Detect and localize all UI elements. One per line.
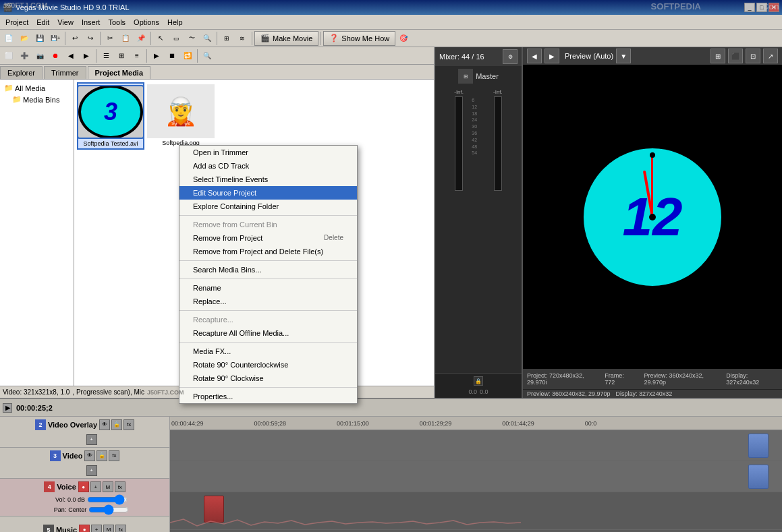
menu-options[interactable]: Options — [130, 17, 163, 28]
ctx-replace[interactable]: Replace... — [179, 295, 357, 308]
menu-insert[interactable]: Insert — [78, 17, 105, 28]
ctx-remove-project[interactable]: Remove from Project Delete — [179, 231, 357, 245]
track5-mute2[interactable]: M — [103, 525, 114, 533]
track3-lock[interactable]: 🔒 — [96, 450, 107, 461]
track4-vol-slider[interactable] — [87, 497, 128, 502]
mixer-lock-button[interactable]: 🔒 — [474, 376, 483, 386]
preview-pop-button[interactable]: ⊡ — [746, 49, 760, 63]
mixer-settings-button[interactable]: ⚙ — [503, 49, 518, 64]
back-button[interactable]: ◀ — [63, 49, 78, 63]
preview-grid-button[interactable]: ⊞ — [710, 49, 725, 63]
preview-expand-button[interactable]: ↗ — [763, 49, 778, 63]
ctx-select-timeline[interactable]: Select Timeline Events — [179, 173, 357, 186]
cut-button[interactable]: ✂ — [103, 31, 117, 46]
view-list-button[interactable]: ☰ — [99, 49, 113, 63]
new-button[interactable]: 📄 — [1, 31, 16, 46]
cursor-button[interactable]: ↖ — [153, 31, 168, 46]
track3-add[interactable]: + — [86, 465, 97, 476]
ripple-button[interactable]: ≋ — [235, 31, 250, 46]
paste-button[interactable]: 📌 — [134, 31, 148, 46]
track2-add[interactable]: + — [86, 434, 97, 445]
track4-waveform — [170, 516, 782, 529]
tree-media-bins[interactable]: 📁 Media Bins — [3, 94, 71, 105]
open-button[interactable]: 📂 — [17, 31, 32, 46]
add-media-button[interactable]: ➕ — [17, 49, 32, 63]
play-preview-button[interactable]: ▶ — [149, 49, 164, 63]
expand-btn[interactable]: ▶ — [3, 403, 12, 413]
minimize-button[interactable]: _ — [744, 3, 755, 12]
track4-mute2[interactable]: M — [103, 481, 113, 492]
snap-button[interactable]: ⊞ — [219, 31, 234, 46]
ctx-remove-delete[interactable]: Remove from Project and Delete File(s) — [179, 245, 357, 258]
ctx-recapture-all[interactable]: Recapture All Offline Media... — [179, 326, 357, 340]
track-lane-4[interactable] — [170, 492, 782, 530]
view-icons-button[interactable]: ⊞ — [114, 49, 129, 63]
make-movie-button[interactable]: 🎬 Make Movie — [254, 31, 318, 46]
view-detail-button[interactable]: ≡ — [130, 49, 144, 63]
menu-project[interactable]: Project — [1, 17, 32, 28]
copy-button[interactable]: 📋 — [118, 31, 133, 46]
restore-button[interactable]: □ — [756, 3, 767, 12]
help-button[interactable]: 🎯 — [396, 31, 411, 46]
track-lane-3[interactable] — [170, 461, 782, 492]
track4-mute[interactable]: ● — [78, 481, 89, 492]
loop-button[interactable]: 🔁 — [180, 49, 195, 63]
track4-pan-slider[interactable] — [88, 507, 129, 512]
preview-nav-left[interactable]: ◀ — [527, 49, 542, 63]
show-me-how-button[interactable]: ❓ Show Me How — [323, 31, 395, 46]
ctx-edit-source[interactable]: Edit Source Project — [179, 186, 357, 200]
tab-project-media[interactable]: Project Media — [88, 66, 151, 79]
expand-tree-button[interactable]: ⬜ — [1, 49, 16, 63]
menu-view[interactable]: View — [53, 17, 78, 28]
ctx-open-trimmer[interactable]: Open in Trimmer — [179, 146, 357, 159]
track5-solo[interactable]: + — [91, 525, 102, 533]
tab-trimmer[interactable]: Trimmer — [44, 66, 86, 79]
save-as-button[interactable]: 💾+ — [48, 31, 63, 46]
media-item-1[interactable]: 🧝 Softpedia.ogg — [147, 82, 215, 150]
ctx-sep-3 — [179, 278, 357, 279]
tree-all-media[interactable]: 📁 All Media — [3, 82, 71, 94]
ctx-rename[interactable]: Rename — [179, 281, 357, 295]
preview-nav-right[interactable]: ▶ — [544, 49, 559, 63]
track3-mute[interactable]: 👁 — [84, 450, 95, 461]
master-insert-button[interactable]: ⊞ — [458, 69, 473, 84]
forward-button[interactable]: ▶ — [79, 49, 94, 63]
stop-preview-button[interactable]: ⏹ — [165, 49, 179, 63]
ctx-search-bins[interactable]: Search Media Bins... — [179, 263, 357, 276]
track4-fx[interactable]: fx — [115, 481, 125, 492]
track3-fx[interactable]: fx — [109, 450, 119, 461]
envelope-button[interactable]: 〜 — [184, 31, 199, 46]
zoom-button[interactable]: 🔍 — [200, 31, 215, 46]
track4-solo[interactable]: + — [90, 481, 101, 492]
ctx-rotate-ccw[interactable]: Rotate 90° Counterclockwise — [179, 358, 357, 372]
track5-fx[interactable]: fx — [115, 525, 126, 533]
tab-explorer[interactable]: Explorer — [0, 66, 43, 79]
preview-dropdown-button[interactable]: ▼ — [616, 49, 631, 63]
track5-mute[interactable]: ● — [79, 525, 90, 533]
record-button[interactable]: ⏺ — [48, 49, 63, 63]
track-lane-2[interactable] — [170, 430, 782, 461]
ctx-sep-6 — [179, 387, 357, 388]
track2-lock[interactable]: 🔒 — [111, 419, 122, 430]
ctx-explore-folder[interactable]: Explore Containing Folder — [179, 200, 357, 213]
menu-edit[interactable]: Edit — [32, 17, 53, 28]
track2-fx[interactable]: fx — [123, 419, 134, 430]
search-button[interactable]: 🔍 — [200, 49, 215, 63]
select-button[interactable]: ▭ — [169, 31, 184, 46]
ctx-properties[interactable]: Properties... — [179, 390, 357, 403]
track2-mute[interactable]: 👁 — [99, 419, 110, 430]
redo-button[interactable]: ↪ — [83, 31, 98, 46]
menu-tools[interactable]: Tools — [104, 17, 130, 28]
capture-button[interactable]: 📷 — [32, 49, 47, 63]
ctx-add-cd-track[interactable]: Add as CD Track — [179, 159, 357, 173]
menu-help[interactable]: Help — [163, 17, 187, 28]
undo-button[interactable]: ↩ — [67, 31, 82, 46]
media-item-0[interactable]: 3 Softpedia Tested.avi — [77, 82, 144, 150]
save-button[interactable]: 💾 — [32, 31, 47, 46]
file-tree: 📁 All Media 📁 Media Bins — [0, 80, 74, 386]
titlebar-controls[interactable]: _ □ ✕ — [744, 3, 779, 12]
preview-zoom-button[interactable]: ⬛ — [728, 49, 743, 63]
ctx-media-fx[interactable]: Media FX... — [179, 345, 357, 358]
close-button[interactable]: ✕ — [769, 3, 779, 12]
ctx-rotate-cw[interactable]: Rotate 90° Clockwise — [179, 372, 357, 385]
